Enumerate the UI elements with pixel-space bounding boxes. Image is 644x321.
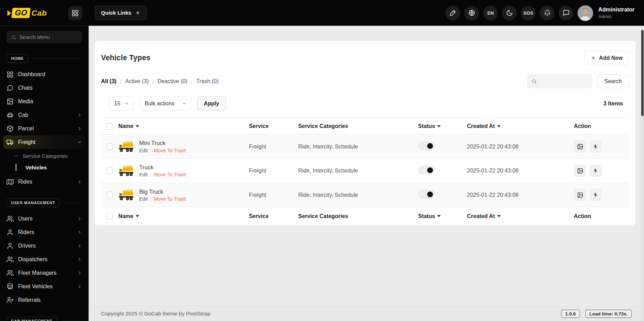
move-to-trash-link[interactable]: Move To Trash [154,196,186,202]
sidebar-item-dispatchers[interactable]: Dispatchers [0,252,89,266]
freight-submenu: Service Categories Vehicles [0,149,89,175]
sidebar-item-riders[interactable]: Riders [0,226,89,239]
bolt-icon [593,192,599,198]
message-icon [563,9,570,16]
column-footer-created-at[interactable]: Created At [467,213,574,219]
section-home: HOME [7,54,82,63]
column-header-status[interactable]: Status [418,123,467,129]
sidebar-item-rides[interactable]: Rides [0,175,89,189]
bulk-actions-select[interactable]: Bulk actions [140,96,192,110]
sidebar-item-referrals[interactable]: Referrals [0,293,89,307]
sidebar-item-fleet-managers[interactable]: Fleet Managers [0,266,89,280]
truck-icon [7,139,14,146]
language-label: EN [487,10,494,15]
notifications-button[interactable] [540,6,554,20]
gallery-action-button[interactable] [574,164,586,177]
customizer-button[interactable] [445,6,460,20]
select-all-checkbox[interactable] [106,213,113,219]
brand-logo[interactable]: GO Cab [7,8,47,18]
sidebar-menu-users: Users Riders Drivers Dispatchers [0,212,89,307]
edit-link[interactable]: Edit [139,172,148,178]
gallery-action-button[interactable] [574,188,586,201]
section-home-label: HOME [7,54,28,63]
page-title: Vehicle Types [101,54,150,62]
bolt-action-button[interactable] [589,164,602,177]
messages-button[interactable] [559,6,573,20]
globe-button[interactable] [464,6,479,20]
sidebar-item-fleet-vehicles[interactable]: Fleet Vehicles [0,280,89,293]
chevron-right-icon [77,126,82,131]
apply-button[interactable]: Apply [197,96,226,110]
main-content: Vehicle Types Add New All (3) | Active (… [89,26,644,321]
sort-down-icon [497,215,501,217]
user-avatar[interactable] [578,5,593,21]
table-search-box[interactable] [527,74,592,88]
per-page-select[interactable]: 15 [109,96,134,110]
column-footer-service: Service [249,213,298,219]
bolt-action-button[interactable] [589,140,602,152]
user-menu[interactable]: Administrator Admin [598,6,635,19]
sidebar-search[interactable] [7,31,82,43]
column-footer-status[interactable]: Status [418,213,467,219]
column-header-action: Action [574,123,629,129]
edit-link[interactable]: Edit [139,147,148,153]
gallery-icon [577,192,583,198]
status-toggle[interactable] [418,190,435,199]
select-all-checkbox[interactable] [106,123,113,129]
bolt-action-button[interactable] [589,188,602,201]
chevron-right-icon [77,230,82,235]
table-row: Truck Edit | Move To Trash Freight Ride,… [101,159,629,183]
footer-badges: 1.0.6 Load time: 0.73s. [561,310,632,318]
sidebar-search-input[interactable] [20,34,78,40]
sidebar-item-parcel[interactable]: Parcel [0,122,89,135]
sidebar-subitem-vehicles[interactable]: Vehicles [0,162,89,173]
sidebar-item-freight[interactable]: Freight [3,135,85,149]
dark-mode-button[interactable] [502,6,517,20]
scrollbar-thumb[interactable] [641,30,644,116]
move-to-trash-link[interactable]: Move To Trash [154,147,186,153]
car-icon [7,112,14,119]
scrollbar-track[interactable] [641,26,644,321]
toggle-knob [427,191,433,197]
chevron-right-icon [77,112,82,118]
sidebar-item-dashboard[interactable]: Dashboard [0,68,89,81]
user-name: Administrator [598,6,635,14]
table-header-row: Name Service Service Categories Status C… [101,118,629,135]
service-categories-cell: Ride, Intercity, Schedule [298,143,418,150]
sidebar-item-chats[interactable]: Chats [0,81,89,95]
sos-button[interactable]: SOS [521,6,536,20]
column-header-service: Service [249,123,298,129]
move-to-trash-link[interactable]: Move To Trash [154,172,186,178]
section-divider [64,203,82,203]
column-header-created-at[interactable]: Created At [467,123,574,129]
table-search-input[interactable] [540,78,588,85]
quick-links-button[interactable]: Quick Links [95,6,146,20]
column-footer-name[interactable]: Name [118,213,249,219]
status-toggle[interactable] [418,166,435,174]
search-button[interactable]: Search [597,74,629,88]
search-icon [11,34,16,40]
tab-active[interactable]: Active (3) [125,78,149,85]
sidebar-item-drivers[interactable]: Drivers [0,239,89,253]
sidebar-item-users[interactable]: Users [0,212,89,226]
edit-link[interactable]: Edit [139,196,148,202]
tab-trash[interactable]: Trash (0) [196,78,219,85]
chat-bubble-icon [7,85,14,91]
row-checkbox[interactable] [106,167,113,174]
gallery-action-button[interactable] [574,140,586,152]
row-checkbox[interactable] [106,192,113,198]
sidebar-item-cab[interactable]: Cab [0,108,89,122]
chevron-right-icon [77,284,82,289]
sidebar-item-media[interactable]: Media [0,95,89,108]
sidebar-toggle-button[interactable] [68,6,82,20]
tab-all[interactable]: All (3) [101,78,116,85]
column-header-name[interactable]: Name [118,123,249,129]
section-cab-management: CAB MANAGEMENT [7,316,82,321]
row-checkbox[interactable] [106,143,113,150]
add-new-button[interactable]: Add New [584,51,629,65]
status-toggle[interactable] [418,142,435,150]
tab-deactive[interactable]: Deactive (0) [157,78,187,85]
sidebar-subitem-service-categories[interactable]: Service Categories [0,150,89,162]
sort-down-icon [135,125,139,127]
language-button[interactable]: EN [483,6,498,20]
